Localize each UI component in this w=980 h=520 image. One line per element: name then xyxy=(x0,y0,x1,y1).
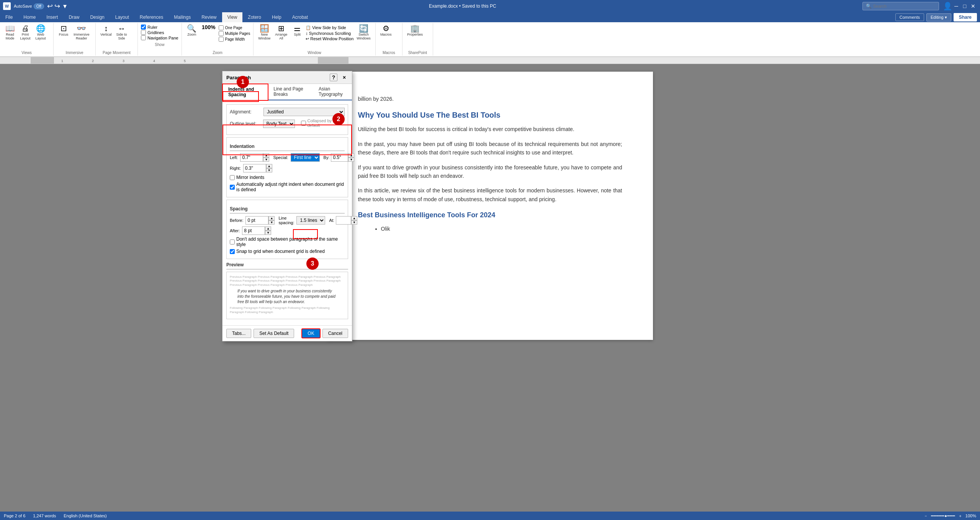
reset-window-btn[interactable]: ↩ Reset Window Position xyxy=(306,36,353,41)
user-avatar[interactable]: 👤 xyxy=(943,2,952,11)
before-down-button[interactable]: ▼ xyxy=(268,220,275,225)
before-up-button[interactable]: ▲ xyxy=(268,216,275,220)
zoom-out-button[interactable]: － xyxy=(924,513,928,519)
after-down-button[interactable]: ▼ xyxy=(265,231,271,235)
view-side-by-side-btn[interactable]: 📋 View Side by Side xyxy=(306,25,353,30)
tab-mailings[interactable]: Mailings xyxy=(169,12,196,22)
switch-windows-button[interactable]: 🔄 SwitchWindows xyxy=(355,24,372,41)
mirror-check[interactable]: Mirror indents xyxy=(230,175,345,180)
after-label: After: xyxy=(230,228,240,233)
autosave-toggle[interactable]: Off xyxy=(34,3,44,9)
minimize-button[interactable]: ─ xyxy=(952,2,960,10)
collapsed-check[interactable]: Collapsed by default xyxy=(301,118,345,128)
quick-access-more[interactable]: ▾ xyxy=(63,2,67,10)
cancel-button[interactable]: Cancel xyxy=(322,329,348,338)
by-down-button[interactable]: ▼ xyxy=(348,157,354,162)
editing-button[interactable]: Editing ▾ xyxy=(926,13,951,21)
comments-button[interactable]: Comments xyxy=(895,13,924,21)
tab-help[interactable]: Help xyxy=(267,12,287,22)
read-mode-button[interactable]: 📖 ReadMode xyxy=(3,24,17,41)
immersive-reader-button[interactable]: 👓 ImmersiveReader xyxy=(72,24,91,41)
split-button[interactable]: ⚌ Split xyxy=(290,24,304,37)
line-spacing-row: Line spacing: 1.5 lines xyxy=(278,216,325,225)
tab-draw[interactable]: Draw xyxy=(63,12,85,22)
right-input[interactable] xyxy=(243,164,266,172)
share-button[interactable]: Share xyxy=(954,13,977,21)
one-page-check[interactable]: One Page xyxy=(219,25,250,30)
zoom-100-button[interactable]: 100% xyxy=(200,24,217,31)
right-up-button[interactable]: ▲ xyxy=(266,164,272,168)
zoom-slider[interactable]: ━━━━━●━━━ xyxy=(931,513,955,518)
special-select[interactable]: First line xyxy=(291,153,320,162)
at-input[interactable] xyxy=(336,216,351,225)
before-input[interactable] xyxy=(245,216,268,225)
line-spacing-select[interactable]: 1.5 lines xyxy=(296,216,325,225)
synchronous-scrolling-btn[interactable]: ↕ Synchronous Scrolling xyxy=(306,31,353,36)
tab-home[interactable]: Home xyxy=(18,12,41,22)
new-window-icon: 🪟 xyxy=(260,25,269,32)
nav-pane-check[interactable]: Navigation Pane xyxy=(141,35,178,40)
page-width-check[interactable]: Page Width xyxy=(219,37,250,42)
collapsed-checkbox[interactable] xyxy=(301,121,306,126)
outline-select[interactable]: Body Text xyxy=(263,120,295,128)
by-input[interactable] xyxy=(331,153,348,162)
tab-layout[interactable]: Layout xyxy=(110,12,134,22)
tab-acrobat[interactable]: Acrobat xyxy=(287,12,313,22)
left-up-button[interactable]: ▲ xyxy=(263,153,269,157)
dont-add-checkbox[interactable] xyxy=(230,239,235,244)
maximize-button[interactable]: □ xyxy=(961,2,969,10)
close-button[interactable]: ✕ xyxy=(969,2,977,10)
arrange-all-button[interactable]: ⊞ ArrangeAll xyxy=(273,24,289,41)
properties-button[interactable]: 🏢 Properties xyxy=(406,24,424,37)
auto-adjust-check[interactable]: Automatically adjust right indent when d… xyxy=(230,182,345,192)
document-area[interactable]: billion by 2026. Why You Should Use The … xyxy=(0,64,980,520)
web-layout-button[interactable]: 🌐 WebLayout xyxy=(34,24,47,41)
undo-button[interactable]: ↩ xyxy=(47,2,53,10)
macros-button[interactable]: ⚙ Macros xyxy=(379,24,393,37)
dont-add-check[interactable]: Don't add space between paragraphs of th… xyxy=(230,236,345,247)
tab-insert[interactable]: Insert xyxy=(41,12,63,22)
auto-adjust-checkbox[interactable] xyxy=(230,185,235,190)
tabs-button[interactable]: Tabs... xyxy=(226,329,251,338)
mirror-checkbox[interactable] xyxy=(230,175,235,180)
ok-button[interactable]: OK xyxy=(302,329,320,338)
at-down-button[interactable]: ▼ xyxy=(351,220,357,225)
dialog-close-button[interactable]: × xyxy=(340,74,348,81)
print-layout-button[interactable]: 🖨 PrintLayout xyxy=(18,24,32,41)
snap-to-grid-check[interactable]: Snap to grid when document grid is defin… xyxy=(230,249,345,254)
tab-asian-typography[interactable]: Asian Typography xyxy=(313,84,352,100)
svg-text:4: 4 xyxy=(153,59,155,63)
tab-review[interactable]: Review xyxy=(196,12,222,22)
tab-file[interactable]: File xyxy=(0,12,18,22)
side-to-side-button[interactable]: ↔ Side toSide xyxy=(115,24,129,41)
zoom-button[interactable]: 🔍 Zoom xyxy=(185,24,199,37)
search-input[interactable] xyxy=(873,4,931,8)
tab-line-page-breaks[interactable]: Line and Page Breaks xyxy=(268,84,313,100)
alignment-select[interactable]: Justified xyxy=(263,108,345,116)
tab-view[interactable]: View xyxy=(222,12,243,22)
title-search[interactable]: 🔍 xyxy=(862,2,939,10)
snap-to-grid-checkbox[interactable] xyxy=(230,249,235,254)
gridlines-check[interactable]: Gridlines xyxy=(141,30,178,35)
tab-design[interactable]: Design xyxy=(85,12,110,22)
focus-icon: ⊡ xyxy=(61,25,67,32)
vertical-button[interactable]: ↕ Vertical xyxy=(99,24,113,37)
tab-zotero[interactable]: Zotero xyxy=(242,12,267,22)
redo-button[interactable]: ↪ xyxy=(54,2,60,10)
tab-indents-spacing[interactable]: Indents and Spacing xyxy=(223,84,268,100)
right-down-button[interactable]: ▼ xyxy=(266,168,272,172)
left-down-button[interactable]: ▼ xyxy=(263,157,269,162)
tab-references[interactable]: References xyxy=(134,12,169,22)
new-window-button[interactable]: 🪟 NewWindow xyxy=(257,24,272,41)
left-input[interactable] xyxy=(240,153,263,162)
after-up-button[interactable]: ▲ xyxy=(265,226,271,231)
set-default-button[interactable]: Set As Default xyxy=(254,329,294,338)
dialog-help-button[interactable]: ? xyxy=(330,74,337,81)
focus-button[interactable]: ⊡ Focus xyxy=(57,24,70,37)
by-up-button[interactable]: ▲ xyxy=(348,153,354,157)
multiple-pages-check[interactable]: Multiple Pages xyxy=(219,31,250,36)
zoom-in-button[interactable]: ＋ xyxy=(958,513,962,519)
at-up-button[interactable]: ▲ xyxy=(351,216,357,220)
after-input[interactable] xyxy=(242,226,265,235)
ruler-check[interactable]: Ruler xyxy=(141,25,178,30)
